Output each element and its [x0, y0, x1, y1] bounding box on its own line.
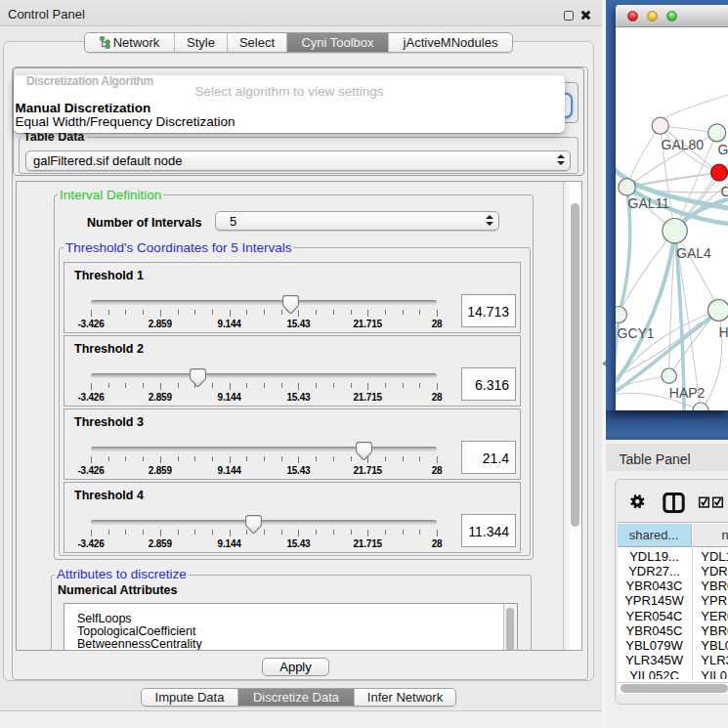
svg-text:GCY1: GCY1 [618, 325, 655, 341]
svg-text:GAL4: GAL4 [676, 245, 711, 261]
svg-text:GAL11: GAL11 [628, 195, 670, 211]
svg-text:GAL80: GAL80 [662, 137, 705, 152]
svg-text:HIS4: HIS4 [719, 324, 728, 340]
svg-text:GAL4: GAL4 [718, 142, 728, 157]
svg-text:HAP2: HAP2 [669, 385, 706, 401]
svg-text:CDC25: CDC25 [721, 184, 728, 199]
